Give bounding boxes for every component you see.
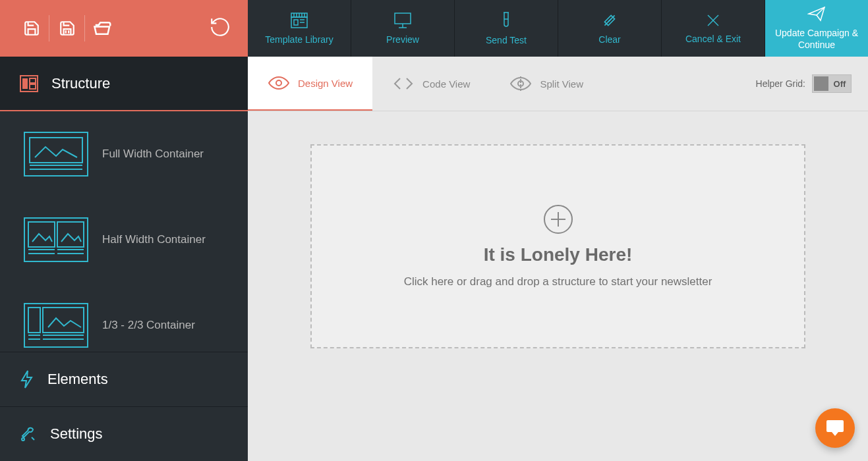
design-view-label: Design View [298,78,353,89]
send-test-button[interactable]: Send Test [455,0,558,57]
file-icons-group [0,12,117,45]
svg-point-42 [22,438,24,441]
clear-icon [601,12,618,29]
save-button[interactable] [16,12,46,45]
file-actions-panel [0,0,248,57]
svg-line-16 [608,19,611,22]
svg-rect-39 [43,308,84,333]
elements-label: Elements [47,371,108,388]
elements-icon [20,369,34,389]
divider [84,15,85,41]
undo-icon [209,16,231,38]
library-icon [290,12,308,29]
split-view-label: Split View [540,78,583,90]
empty-dropzone[interactable]: It is Lonely Here! Click here or drag an… [310,144,805,348]
full-width-icon [23,131,89,177]
svg-rect-36 [28,308,40,333]
send-icon [807,6,826,22]
save-icon [23,20,40,37]
save-as-button[interactable] [52,12,82,45]
code-icon [392,76,415,92]
main-panel: Design View Code View Split View Helper … [248,57,868,461]
toggle-knob [814,76,828,91]
one-third-icon [23,302,89,348]
folder-open-icon [93,20,113,37]
view-tabs: Design View Code View Split View Helper … [248,57,868,111]
plus-circle-icon [543,204,573,234]
component-label: 1/3 - 2/3 Container [102,317,195,333]
cancel-exit-label: Cancel & Exit [685,34,741,44]
tab-design-view[interactable]: Design View [248,57,372,111]
component-full-width[interactable]: Full Width Container [0,111,248,197]
svg-rect-29 [28,222,55,247]
update-continue-label: Update Campaign & Continue [765,27,868,51]
settings-label: Settings [50,425,103,443]
main-layout: Structure Full Width Container Half Widt… [0,57,868,461]
editor-canvas: It is Lonely Here! Click here or drag an… [248,111,868,461]
eye-icon [268,75,290,91]
undo-button[interactable] [209,16,231,41]
top-toolbar: Template Library Preview Send Test Clear… [0,0,868,57]
empty-title: It is Lonely Here! [484,244,633,265]
sidebar-section-settings[interactable]: Settings [0,406,248,461]
tab-split-view[interactable]: Split View [490,57,603,111]
helper-grid-label: Helper Grid: [756,78,805,89]
structure-icon [20,75,38,92]
structure-label: Structure [51,75,110,92]
code-view-label: Code View [422,78,470,90]
component-half-width[interactable]: Half Width Container [0,197,248,283]
svg-point-43 [276,80,281,86]
component-label: Half Width Container [102,232,206,248]
main-actions: Template Library Preview Send Test Clear… [248,0,868,57]
svg-rect-32 [57,222,84,247]
helper-grid-control: Helper Grid: Off [756,57,868,111]
open-button[interactable] [88,12,117,45]
sidebar-section-structure[interactable]: Structure [0,57,248,111]
clear-label: Clear [598,34,620,45]
split-icon [509,76,532,92]
sidebar-section-elements[interactable]: Elements [0,352,248,406]
svg-rect-21 [22,78,28,89]
sidebar: Structure Full Width Container Half Widt… [0,57,248,461]
cancel-exit-button[interactable]: Cancel & Exit [662,0,765,57]
test-tube-icon [500,11,512,30]
template-library-label: Template Library [265,34,333,45]
settings-icon [20,425,37,443]
close-icon [705,13,721,28]
clear-button[interactable]: Clear [558,0,662,57]
component-one-third-two-third[interactable]: 1/3 - 2/3 Container [0,283,248,352]
svg-rect-25 [30,138,82,163]
divider [49,15,49,41]
svg-rect-23 [30,84,36,89]
svg-rect-22 [30,78,36,83]
preview-button[interactable]: Preview [351,0,455,57]
chat-support-button[interactable] [815,408,855,448]
tab-code-view[interactable]: Code View [372,57,490,111]
chat-icon [825,419,845,437]
send-test-label: Send Test [486,35,527,45]
save-as-icon [59,20,76,37]
empty-subtitle: Click here or drag and drop a structure … [404,275,712,288]
preview-icon [393,12,412,29]
template-library-button[interactable]: Template Library [248,0,351,57]
component-label: Full Width Container [102,146,204,162]
half-width-icon [23,217,89,263]
helper-grid-toggle[interactable]: Off [812,74,852,93]
sidebar-components-list[interactable]: Full Width Container Half Width Containe… [0,111,248,352]
svg-rect-9 [294,20,298,25]
svg-rect-12 [395,13,411,24]
update-continue-button[interactable]: Update Campaign & Continue [765,0,868,57]
preview-label: Preview [386,34,419,45]
toggle-state-label: Off [828,79,851,89]
